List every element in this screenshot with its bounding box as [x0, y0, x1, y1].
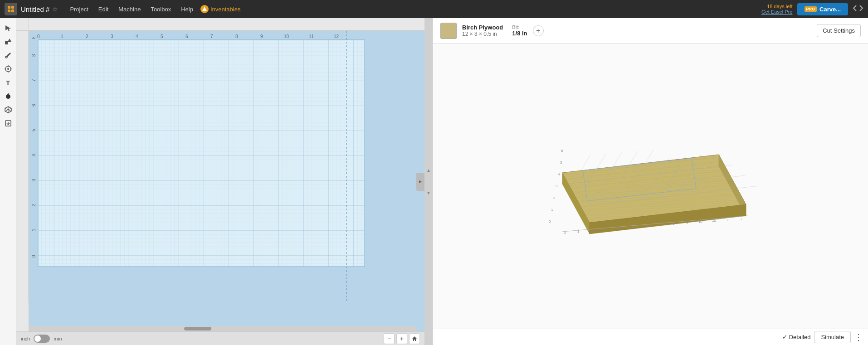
material-info: Birch Plywood 12 × 8 × 0.5 in: [462, 24, 503, 37]
collapse-right-handle[interactable]: ▶: [416, 173, 424, 191]
left-toolbar: T: [0, 18, 16, 345]
svg-rect-3: [11, 10, 14, 12]
svg-text:0: 0: [37, 34, 40, 39]
svg-text:8: 8: [31, 54, 36, 57]
undo-redo-icon[interactable]: [853, 4, 863, 15]
topbar: Untitled # ☆ Project Edit Machine Toolbo…: [0, 0, 868, 18]
svg-point-17: [8, 93, 9, 94]
pro-badge: PRO: [805, 6, 817, 12]
preview-bottom-bar: ✓ Detailed Simulate ⋮: [433, 329, 868, 345]
carve-label: Carve...: [819, 6, 841, 13]
divider-down-arrow: ▼: [426, 191, 431, 195]
simulate-button[interactable]: Simulate: [814, 331, 851, 343]
svg-marker-5: [5, 25, 11, 31]
svg-text:12: 12: [334, 34, 339, 39]
3d-tool[interactable]: [2, 103, 15, 116]
carve-button[interactable]: PRO Carve...: [797, 3, 848, 15]
menu-edit[interactable]: Edit: [94, 4, 113, 15]
topbar-right: 18 days left Get Easel Pro PRO Carve...: [761, 3, 863, 15]
menu-project[interactable]: Project: [65, 4, 93, 15]
favorite-star-icon[interactable]: ☆: [52, 5, 58, 13]
svg-marker-7: [8, 39, 11, 42]
bit-value: 1/8 in: [512, 30, 527, 37]
svg-text:1: 1: [551, 208, 553, 212]
add-bit-button[interactable]: +: [533, 25, 544, 36]
svg-text:4: 4: [558, 172, 560, 176]
unit-mm-label: mm: [54, 336, 62, 341]
svg-text:7: 7: [31, 79, 36, 82]
svg-text:0: 0: [31, 255, 36, 258]
svg-text:6: 6: [561, 149, 563, 153]
unit-inch-label: inch: [21, 336, 30, 341]
svg-text:5: 5: [31, 129, 36, 131]
panel-divider[interactable]: ▲ ▼: [424, 18, 433, 345]
svg-text:8: 8: [235, 34, 238, 39]
svg-text:5: 5: [560, 160, 562, 165]
get-easel-link[interactable]: Get Easel Pro: [761, 9, 792, 15]
svg-text:10: 10: [284, 34, 289, 39]
canvas-bottom-bar: inch mm − +: [16, 331, 424, 345]
zoom-in-button[interactable]: +: [396, 333, 407, 344]
svg-text:4: 4: [136, 34, 138, 39]
canvas-area[interactable]: // Will be rendered via JS below: [16, 18, 424, 345]
preview-header: Birch Plywood 12 × 8 × 0.5 in Bit: 1/8 i…: [433, 18, 868, 44]
text-tool[interactable]: T: [2, 76, 15, 89]
svg-rect-25: [16, 31, 29, 303]
svg-text:7: 7: [210, 34, 213, 39]
bit-label: Bit:: [512, 24, 527, 30]
svg-text:2: 2: [86, 34, 88, 39]
ruler-top: // Will be rendered via JS below: [29, 18, 424, 31]
preview-panel: Birch Plywood 12 × 8 × 0.5 in Bit: 1/8 i…: [433, 18, 868, 345]
shapes-tool[interactable]: [2, 35, 15, 48]
material-swatch[interactable]: [440, 23, 457, 39]
svg-text:6: 6: [185, 34, 188, 39]
apps-tool[interactable]: [2, 90, 15, 102]
svg-marker-4: [202, 7, 207, 11]
scrollbar-horizontal[interactable]: [29, 326, 416, 331]
svg-text:0: 0: [549, 219, 551, 224]
design-canvas[interactable]: 0 1 2 3 4 5 6 7 8 9 10 11 12 0 1: [29, 31, 416, 331]
trial-info: 18 days left Get Easel Pro: [761, 4, 792, 15]
svg-rect-6: [5, 41, 8, 44]
svg-text:5: 5: [161, 34, 163, 39]
svg-text:8: 8: [31, 36, 36, 39]
svg-text:3: 3: [31, 179, 36, 181]
menu-toolbox[interactable]: Toolbox: [146, 4, 176, 15]
zoom-controls: − +: [384, 333, 420, 344]
svg-text:9: 9: [260, 34, 263, 39]
svg-rect-30: [38, 40, 365, 267]
divider-up-arrow: ▲: [426, 168, 431, 173]
svg-text:3: 3: [111, 34, 113, 39]
target-tool[interactable]: [2, 63, 15, 75]
svg-text:3: 3: [556, 184, 558, 188]
app-logo[interactable]: [5, 3, 17, 15]
more-options-button[interactable]: ⋮: [854, 332, 863, 342]
menu-help[interactable]: Help: [176, 4, 198, 15]
import-tool[interactable]: [2, 117, 15, 130]
material-name: Birch Plywood: [462, 24, 503, 31]
select-tool[interactable]: [2, 22, 15, 34]
app-title: Untitled #: [21, 5, 49, 13]
svg-text:1: 1: [31, 228, 36, 231]
svg-text:11: 11: [309, 34, 314, 39]
unit-toggle[interactable]: [34, 335, 50, 343]
main-content: T: [0, 18, 868, 345]
cut-settings-button[interactable]: Cut Settings: [817, 24, 861, 37]
svg-text:2: 2: [553, 196, 556, 200]
scrollbar-thumb[interactable]: [184, 327, 211, 330]
inventables-icon: [200, 5, 209, 13]
svg-text:2: 2: [31, 204, 36, 206]
pen-tool[interactable]: [2, 49, 15, 62]
menu-machine[interactable]: Machine: [114, 4, 145, 15]
3d-preview[interactable]: 0 1 2 3 4 5 6 7 8 9 10 11: [433, 44, 868, 329]
inventables-link[interactable]: Inventables: [200, 5, 241, 13]
bit-info: Bit: 1/8 in: [512, 24, 527, 37]
toggle-knob: [34, 335, 41, 342]
material-dimensions: 12 × 8 × 0.5 in: [462, 31, 503, 37]
zoom-home-button[interactable]: [409, 333, 420, 344]
detailed-button[interactable]: ✓ Detailed: [782, 334, 810, 340]
zoom-out-button[interactable]: −: [384, 333, 395, 344]
3d-preview-svg: 0 1 2 3 4 5 6 7 8 9 10 11: [537, 100, 764, 272]
menu-bar: Project Edit Machine Toolbox Help Invent…: [65, 4, 240, 15]
svg-point-10: [7, 68, 9, 70]
